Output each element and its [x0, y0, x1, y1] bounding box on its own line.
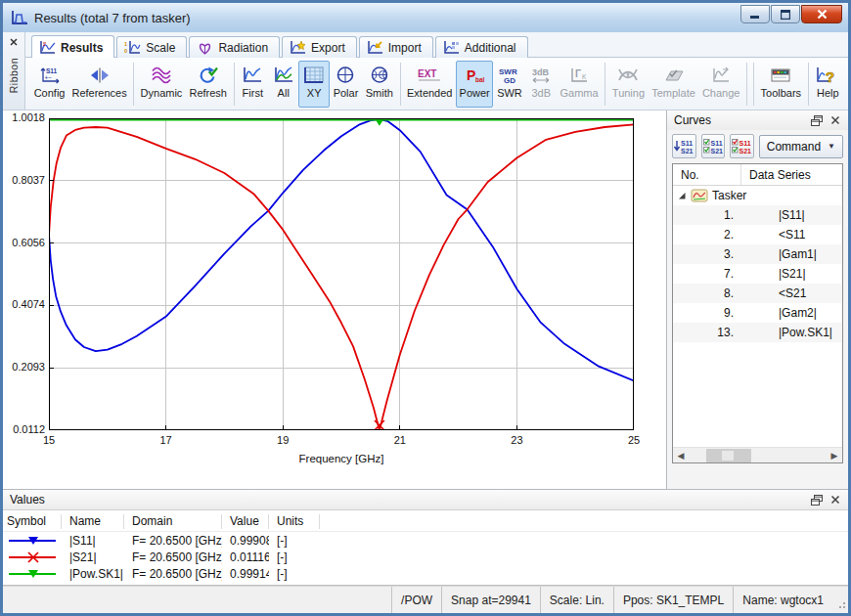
extended-button[interactable]: EXTExtended — [404, 61, 456, 108]
values-row[interactable]: |Pow.SK1|F= 20.6500 [GHz]0.999143[-] — [3, 565, 848, 582]
tab-import[interactable]: Import — [359, 36, 433, 58]
data-series-row[interactable]: 3.|Gam1| — [673, 244, 842, 264]
values-row[interactable]: |S21|F= 20.6500 [GHz]0.011164[-] — [3, 549, 848, 565]
y-tick-label: 0.4074 — [3, 298, 45, 310]
toolbar-button-label: References — [71, 87, 126, 99]
scroll-left-icon[interactable]: ◀ — [673, 448, 689, 463]
curves-hscrollbar[interactable]: ◀ ▶ — [673, 447, 842, 462]
dynamic-button[interactable]: Dynamic — [137, 61, 186, 108]
svg-text:Γ: Γ — [575, 68, 581, 79]
close-panel-icon[interactable] — [828, 493, 843, 507]
tree-root-tasker[interactable]: Tasker — [673, 186, 842, 205]
close-button[interactable] — [801, 5, 842, 23]
xy-icon — [302, 65, 326, 86]
scroll-thumb[interactable] — [706, 449, 751, 462]
first-button[interactable]: First — [238, 61, 268, 108]
svg-text:K: K — [582, 73, 587, 80]
series-number: 1. — [673, 208, 734, 222]
series-name: |Gam2| — [734, 306, 817, 320]
help-button[interactable]: ?Help — [812, 61, 844, 108]
refresh-button[interactable]: Refresh — [186, 61, 231, 108]
series-number: 8. — [673, 286, 734, 300]
dynamic-icon — [150, 65, 173, 86]
svg-text:3dB: 3dB — [532, 67, 550, 77]
y-tick-label: 0.8037 — [3, 174, 45, 186]
x-tick-label: 15 — [32, 434, 66, 446]
x-axis-title: Frequency [GHz] — [49, 453, 634, 464]
data-series-row[interactable]: 8.<S21 — [673, 284, 842, 303]
curves-list-header: No. Data Series — [673, 164, 842, 186]
svg-text:0: 0 — [124, 48, 127, 54]
toolbars-button[interactable]: Toolbars — [757, 61, 805, 108]
curves-list: No. Data Series Tasker 1.|S11|2.<S113.|G… — [672, 163, 843, 463]
command-dropdown[interactable]: Command▼ — [759, 135, 843, 158]
status-segment: Ppos: SK1_TEMPL — [613, 587, 733, 613]
xy-plot[interactable]: Frequency [GHz] 0.01120.20930.40740.6056… — [3, 110, 666, 489]
status-bar: /POWSnap at=29941Scale: Lin.Ppos: SK1_TE… — [3, 586, 848, 613]
plot-canvas[interactable] — [49, 118, 634, 430]
value-value: 0.999081 — [222, 534, 269, 548]
values-column-symbol: Symbol — [3, 514, 62, 529]
swr-button[interactable]: SWRGDSWR — [493, 61, 525, 108]
power-icon: Pbal — [463, 65, 486, 86]
data-series-row[interactable]: 2.<S11 — [673, 225, 842, 244]
references-button[interactable]: References — [68, 61, 130, 108]
toolbar-separator — [753, 63, 754, 106]
series-symbol-triangle — [3, 567, 62, 581]
series-symbol-x — [3, 550, 62, 564]
tab-export[interactable]: Export — [282, 36, 357, 58]
tab-scale[interactable]: 10Scale — [116, 36, 187, 58]
power-button[interactable]: PbalPower — [456, 61, 493, 108]
tab-results[interactable]: Results — [31, 35, 114, 58]
status-segment: Scale: Lin. — [540, 587, 613, 613]
float-panel-icon[interactable] — [809, 493, 825, 507]
title-bar[interactable]: Results (total 7 from tasker) — [3, 3, 848, 32]
xy-button[interactable]: XY — [298, 61, 329, 108]
svg-text:S11: S11 — [710, 140, 722, 147]
curve-visibility-button[interactable]: S11S21 — [701, 134, 726, 158]
curve-order-button[interactable]: S11S21 — [672, 134, 696, 158]
data-series-row[interactable]: 13.|Pow.SK1| — [673, 323, 842, 342]
data-series-row[interactable]: 7.|S21| — [673, 264, 842, 284]
data-series-row[interactable]: 9.|Gam2| — [673, 303, 842, 323]
series-name: |S21| — [734, 267, 806, 281]
resize-grip[interactable] — [832, 587, 848, 613]
tuning-button: Tuning — [608, 61, 648, 108]
tab-additional[interactable]: Additional — [435, 36, 528, 58]
maximize-button[interactable] — [771, 5, 800, 23]
value-value: 0.999143 — [222, 567, 269, 581]
svg-text:S11: S11 — [681, 140, 693, 147]
references-icon — [88, 65, 112, 86]
svg-text:S21: S21 — [739, 148, 752, 154]
tab-import-icon — [367, 40, 383, 55]
toolbar-button-label: Tuning — [612, 87, 645, 99]
values-row[interactable]: |S11|F= 20.6500 [GHz]0.999081[-] — [3, 532, 848, 549]
toolbar-button-label: Dynamic — [141, 87, 183, 99]
change-button: Change — [698, 61, 743, 108]
tab-radiation[interactable]: Radiation — [189, 36, 280, 58]
all-button[interactable]: All — [268, 61, 298, 108]
float-panel-icon[interactable] — [809, 113, 825, 128]
tab-label: Export — [311, 41, 345, 55]
toolbar-separator — [133, 63, 134, 106]
scroll-right-icon[interactable]: ▶ — [827, 448, 842, 463]
minimize-button[interactable] — [740, 5, 770, 23]
smith-button[interactable]: Smith — [362, 61, 397, 108]
config-button[interactable]: S11+−Config — [30, 61, 68, 108]
curve-color-visibility-button[interactable]: S11S21 — [730, 134, 754, 158]
config-icon: S11+− — [38, 65, 62, 86]
ribbon-close-button[interactable] — [6, 34, 22, 50]
series-name: |Pow.SK1| — [734, 326, 832, 339]
value-name: |S11| — [62, 534, 124, 548]
series-number: 13. — [673, 326, 734, 339]
toolbar-button-label: 3dB — [531, 87, 551, 99]
tab-label: Scale — [146, 41, 175, 55]
value-units: [-] — [269, 567, 320, 581]
close-panel-icon[interactable] — [828, 113, 843, 128]
toolbar-button-label: Change — [702, 87, 740, 99]
curve-s11 — [49, 119, 634, 381]
x-tick-label: 19 — [266, 434, 299, 446]
tree-expand-icon[interactable] — [677, 191, 687, 200]
polar-button[interactable]: Polar — [330, 61, 362, 108]
data-series-row[interactable]: 1.|S11| — [673, 205, 842, 225]
